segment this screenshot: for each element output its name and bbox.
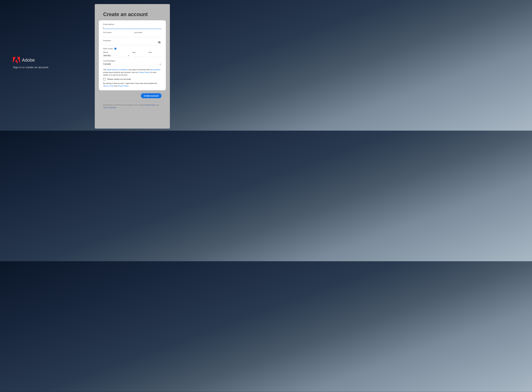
country-group: Country/Region Canada (103, 60, 162, 66)
eye-slash-icon[interactable] (158, 41, 161, 44)
terms-of-use-link[interactable]: Terms of Use (103, 85, 114, 87)
firstname-field[interactable] (103, 34, 131, 37)
brand-section: Adobe Sign in or create an account (13, 57, 48, 69)
adobe-companies-link[interactable]: Adobe family of companies (107, 69, 128, 71)
dob-header: Date of birth i (103, 48, 162, 50)
consent-text: The Adobe family of companies may keep m… (103, 68, 162, 76)
email-label: Email address (103, 23, 162, 25)
form-card: Email address First name Last name Passw… (99, 20, 166, 90)
dob-label: Date of birth (103, 48, 113, 50)
email-group: Email address (103, 23, 162, 29)
lastname-label: Last name (134, 31, 162, 33)
day-field[interactable] (132, 54, 146, 57)
month-select[interactable]: January (103, 54, 130, 57)
checkbox-row: Please contact me via email (103, 78, 162, 80)
footer-divider (103, 101, 162, 101)
privacy-policy-link-2[interactable]: Privacy Policy (117, 85, 128, 87)
personalized-link[interactable]: personalized (150, 69, 160, 71)
privacy-policy-link[interactable]: Privacy Policy (138, 71, 149, 73)
terms-text: By clicking Create account, I agree that… (103, 82, 162, 87)
create-account-button[interactable]: Create account (141, 93, 162, 98)
dob-row: Month January Day Year (103, 51, 162, 60)
day-label: Day (132, 51, 146, 53)
password-label: Password (103, 40, 162, 42)
signup-panel: Create an account Email address First na… (95, 4, 170, 129)
name-row: First name Last name (103, 31, 162, 40)
adobe-logo-icon (13, 57, 20, 63)
year-field[interactable] (148, 54, 162, 57)
info-icon[interactable]: i (114, 48, 117, 50)
lastname-field[interactable] (134, 34, 162, 37)
country-select[interactable]: Canada (103, 62, 162, 66)
brand-name: Adobe (22, 57, 35, 63)
checkbox-label: Please contact me via email (107, 78, 131, 80)
contact-checkbox[interactable] (103, 78, 106, 80)
footer-text: Protected by reCAPTCHA and subject to th… (103, 104, 162, 109)
email-field[interactable] (103, 26, 162, 29)
country-label: Country/Region (103, 60, 162, 62)
month-label: Month (103, 51, 130, 53)
country-value: Canada (103, 62, 162, 66)
month-value: January (103, 54, 130, 57)
password-field[interactable] (103, 42, 162, 45)
logo-container: Adobe (13, 57, 48, 63)
firstname-label: First name (103, 31, 131, 33)
year-label: Year (148, 51, 162, 53)
google-terms-link[interactable]: Terms of Service (103, 107, 116, 108)
google-privacy-link[interactable]: Privacy Policy (145, 104, 155, 106)
brand-subtitle: Sign in or create an account (13, 66, 48, 69)
panel-title: Create an account (103, 11, 166, 17)
password-group: Password (103, 40, 162, 45)
